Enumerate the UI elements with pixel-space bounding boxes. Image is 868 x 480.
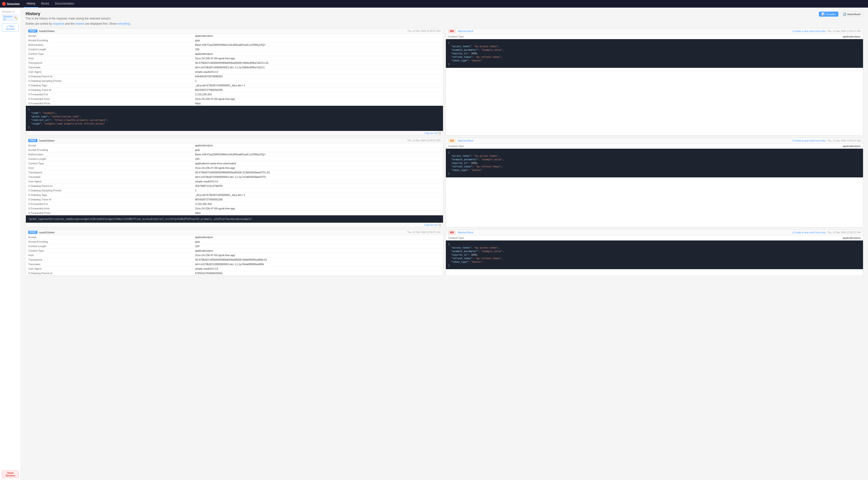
tab-mocks[interactable]: Mocks (38, 0, 52, 8)
table-row: Traceparent00-679b307c000000009f0b8936a9… (26, 258, 443, 262)
table-row: Accept-Encodinggzip (26, 240, 443, 244)
status-badge-1: 500 (448, 29, 456, 33)
request-body-2: "grant_type=authorization_code&scope=wid… (26, 215, 443, 223)
table-row: Accept-Encodinggzip (26, 148, 443, 152)
response-body-2: { "access_token": "my-access-token", "ex… (446, 149, 863, 177)
request-path-2: /oauth2/token (39, 139, 55, 142)
table-row: X-Datadog-Sampling-Priority1 (26, 188, 443, 193)
response-header-right-2: ℹ Create a new mock from entry Thu, 12 D… (793, 140, 861, 142)
visualize-button[interactable]: 📊 Visualize (819, 11, 838, 17)
sessions-label: Sessions ☰ (2, 9, 19, 14)
copy-as-curl-1[interactable]: Copy as curl 📋 (425, 132, 441, 134)
response-header-2: 300 Matched Mock ℹ Create a new mock fro… (446, 138, 863, 144)
table-row: Tracestatedd=t.d:679b307c0000000001;dm:-… (26, 65, 443, 70)
table-row: X-Forwarded-Protohttps (26, 101, 443, 106)
table-row: X-Forwarded-Host31ce-24-236-47-69.ngrok-… (26, 206, 443, 211)
table-row: X-Datadog-Trace-Id8024283727568392200 (26, 197, 443, 202)
table-row: X-Datadog-Trace-Id8024283727568392200 (26, 88, 443, 92)
request-panel-1: POST /oauth2/token Thu, 12 Dec 2024 12:5… (26, 28, 443, 136)
sort-response-link[interactable]: response (53, 22, 64, 25)
table-row: X-Forwarded-For3.132.205.204 (26, 202, 443, 206)
entries-info: Entries are sorted by response and the n… (26, 22, 863, 25)
table-row: User-Agentsimple-oauth2/4.2.0 (26, 179, 443, 184)
request-timestamp-2: Thu, 12 Dec 2024 12:50:37.329 (407, 139, 441, 142)
response-panel-3: 500 Matched Mock ℹ Create a new mock fro… (445, 230, 863, 276)
table-row: Traceparent00-679b307c000000009f0b8936a9… (26, 61, 443, 65)
tab-documentation[interactable]: Documentation (52, 0, 77, 8)
create-mock-link-2[interactable]: ℹ Create a new mock from entry (793, 140, 826, 142)
tab-history[interactable]: History (24, 0, 38, 8)
table-row: Host31ce-24-236-47-69.ngrok-free.app (26, 166, 443, 170)
table-row: Traceparent00-679b307c000000009f0b8936a9… (26, 170, 443, 175)
sidebar-item-session1[interactable]: Session #1 ✏️ (2, 14, 19, 22)
edit-icon[interactable]: ✏️ (14, 17, 17, 19)
response-body-1: { "access_token": "my-access-token", "ex… (446, 39, 863, 68)
request-pair-2: POST /oauth2/token Thu, 12 Dec 2024 12:5… (26, 138, 863, 227)
table-row: X-Datadog-Tags_dd.p:dd=679b307c00000000,… (26, 193, 443, 197)
request-pair-3: POST /oauth2/token Thu, 12 Dec 2024 12:5… (26, 230, 863, 276)
show-everything-link[interactable]: everything (117, 22, 130, 25)
status-badge-2: 300 (448, 139, 456, 143)
table-row: User-Agentsimple-oauth2/4.2.0 (26, 70, 443, 74)
response-content-type-3: application/json (843, 236, 861, 239)
logo-icon: 🔴 (2, 2, 6, 6)
table-row: AuthorizationBasic bXkY2xpZW50SWk0m15LWN… (26, 152, 443, 157)
table-row: X-Forwarded-Host31ce-24-236-47-69.ngrok-… (26, 97, 443, 101)
copy-bar-2: Copy as curl 📋 (26, 223, 443, 227)
request-header-left-3: POST /oauth2/token (28, 231, 55, 234)
table-row: Tracestatedd=t.d:679b307c0000000001;dm:-… (26, 175, 443, 179)
response-content-type-row-2: Content-Type application/json (446, 144, 863, 149)
create-mock-link-3[interactable]: ℹ Create a new mock from entry (793, 231, 826, 234)
app-logo: 🔴 Smocker (2, 2, 20, 6)
table-row: Content-Length156 (26, 157, 443, 161)
method-badge-1: POST (28, 29, 37, 32)
autorefresh-button[interactable]: 🔄 Autorefresh (840, 11, 863, 17)
status-badge-3: 500 (448, 231, 456, 234)
response-header-left-2: 300 Matched Mock (448, 139, 473, 143)
page-title-section: History This is the history of the reque… (26, 11, 112, 20)
page-header: History This is the history of the reque… (26, 11, 863, 20)
request-headers-table-1: Acceptapplication/jsonAccept-Encodinggzi… (26, 34, 443, 106)
request-timestamp-1: Thu, 12 Dec 2024 12:50:37.393 (407, 30, 441, 32)
table-row: X-Forwarded-For3.132.205.204 (26, 92, 443, 97)
page-title: History (26, 11, 112, 17)
response-header-3: 500 Matched Mock ℹ Create a new mock fro… (446, 230, 863, 236)
hamburger-icon[interactable]: ☰ (12, 10, 15, 13)
request-path-3: /oauth2/token (39, 231, 55, 234)
copy-as-curl-2[interactable]: Copy as curl 📋 (425, 223, 441, 226)
response-body-3: { "access_token": "my-access-token", "ex… (446, 240, 863, 269)
refresh-icon: 🔄 (843, 12, 846, 16)
table-row: Accept-Encodinggzip (26, 38, 443, 43)
method-badge-2: POST (28, 139, 37, 142)
table-row: AuthorizationBasic bXkY2xpZW50SWk0m15LWN… (26, 43, 443, 47)
create-mock-link-1[interactable]: ℹ Create a new mock from entry (793, 30, 826, 32)
table-row: Content-Typeapplication/json (26, 248, 443, 253)
response-header-left-3: 500 Matched Mock (448, 231, 473, 234)
table-row: Host31ce-24-236-47-69.ngrok-free.app (26, 56, 443, 61)
request-panel-3: POST /oauth2/token Thu, 12 Dec 2024 12:5… (26, 230, 443, 276)
matched-mock-2: Matched Mock (458, 140, 473, 142)
table-row: X-Datadog-Parent-Id6765531763068425691 (26, 271, 443, 276)
request-header-2: POST /oauth2/token Thu, 12 Dec 2024 12:5… (26, 138, 443, 143)
request-body-1: { "code": "example", "grant_type": "auth… (26, 106, 443, 131)
table-row: Tracestatedd=t.d:679b307c0000000001;dm:-… (26, 262, 443, 267)
request-header-1: POST /oauth2/token Thu, 12 Dec 2024 12:5… (26, 28, 443, 34)
request-header-left-2: POST /oauth2/token (28, 139, 55, 142)
response-content-type-1: application/json (843, 35, 861, 38)
table-row: Acceptapplication/json (26, 143, 443, 148)
table-row: Acceptapplication/json (26, 34, 443, 38)
table-row: X-Datadog-Tags_dd.p:dd=679b307c00000000,… (26, 83, 443, 88)
table-row: X-Datadog-Sampling-Priority1 (26, 79, 443, 83)
app-name: Smocker (7, 2, 20, 6)
table-row: Content-Typeapplication/json (26, 52, 443, 56)
response-content-type-row-1: Content-Type application/json (446, 34, 863, 39)
sort-newest-link[interactable]: newest (75, 22, 84, 25)
response-header-right-3: ℹ Create a new mock from entry Thu, 12 D… (793, 231, 861, 234)
table-row: X-Datadog-Parent-Id3547996712413790076 (26, 184, 443, 188)
new-session-button[interactable]: + New Session (2, 24, 19, 32)
response-timestamp-1: Thu, 12 Dec 2024 12:50:37.393 (827, 30, 861, 32)
reset-sessions-button[interactable]: Reset Sessions (2, 471, 19, 478)
request-path-1: /oauth2/token (39, 30, 55, 32)
response-panel-2: 300 Matched Mock ℹ Create a new mock fro… (445, 138, 863, 227)
request-panel-2: POST /oauth2/token Thu, 12 Dec 2024 12:5… (26, 138, 443, 227)
